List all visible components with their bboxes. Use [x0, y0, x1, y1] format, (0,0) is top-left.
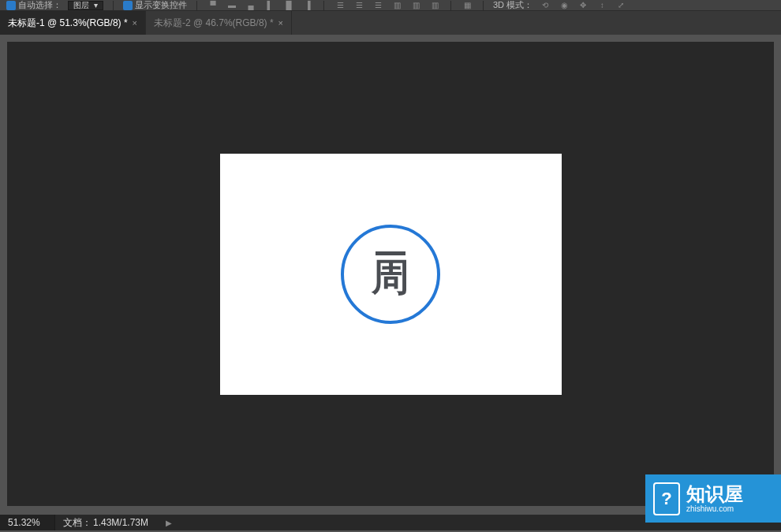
- chevron-down-icon: ▾: [94, 1, 98, 9]
- tab-label: 未标题-1 @ 51.3%(RGB/8) *: [8, 17, 128, 30]
- pan-3d-icon[interactable]: ✥: [577, 1, 589, 10]
- logo-circle-shape: 周: [341, 225, 440, 324]
- distribute-bottom-icon[interactable]: ☰: [372, 1, 384, 10]
- document-canvas[interactable]: 周: [220, 154, 562, 395]
- show-transform-option[interactable]: 显示变换控件: [123, 0, 187, 11]
- scale-3d-icon[interactable]: ⤢: [615, 1, 627, 10]
- checkbox-checked-icon: [6, 1, 16, 10]
- document-size-info[interactable]: 文档： 1.43M/1.73M ▶: [55, 516, 180, 530]
- auto-select-option[interactable]: 自动选择：: [6, 0, 62, 11]
- tab-document-2[interactable]: 未标题-2 @ 46.7%(RGB/8) * ×: [146, 11, 292, 35]
- question-document-icon: ?: [653, 482, 680, 515]
- orbit-3d-icon[interactable]: ⟲: [539, 1, 551, 10]
- roll-3d-icon[interactable]: ◉: [558, 1, 570, 10]
- zoom-level-field[interactable]: 51.32%: [0, 515, 55, 530]
- distribute-vcenter-icon[interactable]: ☰: [353, 1, 365, 10]
- auto-align-icon[interactable]: ▦: [461, 1, 473, 10]
- document-tab-bar: 未标题-1 @ 51.3%(RGB/8) * × 未标题-2 @ 46.7%(R…: [0, 11, 781, 35]
- distribute-top-icon[interactable]: ☰: [334, 1, 346, 10]
- logo-character: 周: [372, 256, 409, 298]
- checkbox-checked-icon: [123, 1, 133, 10]
- close-icon[interactable]: ×: [278, 18, 283, 28]
- doc-size-label: 文档：: [63, 516, 92, 530]
- tab-document-1[interactable]: 未标题-1 @ 51.3%(RGB/8) * ×: [0, 11, 146, 35]
- doc-size-value: 1.43M/1.73M: [93, 517, 148, 528]
- auto-select-label: 自动选择：: [18, 0, 62, 11]
- watermark-badge: ? 知识屋 zhishiwu.com: [645, 474, 781, 523]
- logo-bar-shape: [376, 251, 405, 255]
- align-bottom-icon[interactable]: ▄: [245, 1, 257, 10]
- layer-dropdown[interactable]: 图层 ▾: [68, 1, 103, 10]
- chevron-right-icon[interactable]: ▶: [166, 519, 172, 527]
- align-left-icon[interactable]: ▌: [263, 1, 276, 10]
- watermark-title: 知识屋: [686, 484, 743, 504]
- distribute-hcenter-icon[interactable]: ▥: [409, 1, 422, 10]
- show-transform-label: 显示变换控件: [135, 0, 187, 11]
- distribute-left-icon[interactable]: ▥: [390, 1, 403, 10]
- watermark-url: zhishiwu.com: [686, 504, 743, 513]
- close-icon[interactable]: ×: [133, 18, 137, 28]
- slide-3d-icon[interactable]: ↕: [596, 1, 608, 10]
- logo-content: 周: [372, 251, 409, 296]
- tab-label: 未标题-2 @ 46.7%(RGB/8) *: [154, 17, 274, 30]
- align-top-icon[interactable]: ▀: [207, 1, 219, 10]
- zoom-value: 51.32%: [8, 517, 40, 528]
- canvas-workspace[interactable]: 周: [0, 35, 781, 513]
- align-hcenter-icon[interactable]: █: [282, 1, 295, 10]
- mode-3d-label: 3D 模式：: [493, 0, 532, 11]
- distribute-right-icon[interactable]: ▥: [428, 1, 441, 10]
- watermark-text: 知识屋 zhishiwu.com: [686, 484, 743, 513]
- align-vcenter-icon[interactable]: ▬: [226, 1, 238, 10]
- layer-dropdown-value: 图层: [73, 0, 89, 11]
- align-right-icon[interactable]: ▐: [301, 1, 314, 10]
- options-bar: 自动选择： 图层 ▾ 显示变换控件 ▀ ▬ ▄ ▌ █ ▐ ☰ ☰ ☰ ▥ ▥ …: [0, 0, 781, 11]
